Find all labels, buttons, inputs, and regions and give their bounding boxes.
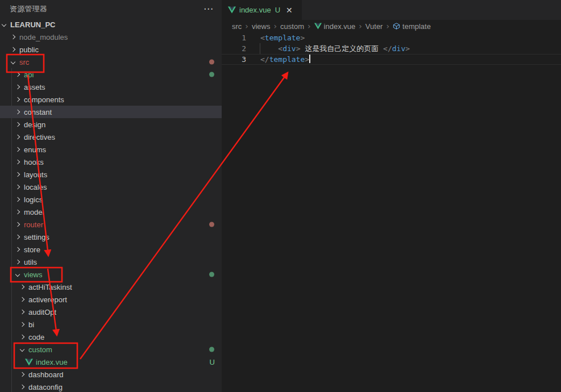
tree-item-custom[interactable]: custom (0, 343, 222, 356)
close-icon[interactable]: ✕ (286, 6, 293, 14)
explorer-sidebar: 资源管理器 ⋯ LEARUN_PC node_modulespublicsrca… (0, 0, 222, 392)
tree-item-layouts[interactable]: layouts (0, 168, 222, 181)
vue-icon (228, 6, 236, 14)
tree-item-label: src (19, 58, 29, 66)
tree-item-src[interactable]: src (0, 56, 222, 68)
breadcrumb-label: custom (280, 22, 304, 31)
chevron-right-icon (15, 172, 20, 177)
breadcrumb-label: Vuter (365, 22, 383, 31)
chevron-right-icon (15, 97, 20, 102)
tree-item-views[interactable]: views (0, 268, 222, 281)
tree-item-activereport[interactable]: activereport (0, 293, 222, 306)
tree-item-label: store (24, 245, 40, 254)
tree-item-node-modules[interactable]: node_modules (0, 31, 222, 43)
tree-item-label: logics (24, 195, 43, 204)
code-editor[interactable]: 1<template>2 <div> 这是我自己定义的页面 </div>3</t… (222, 32, 561, 65)
tree-item-label: index.vue (36, 358, 68, 366)
breadcrumb-item-index-vue[interactable]: index.vue (314, 22, 356, 31)
tree-item-settings[interactable]: settings (0, 231, 222, 243)
tree-item-label: settings (24, 233, 49, 241)
tree-item-label: dashboard (28, 370, 63, 379)
code-line-1[interactable]: 1<template> (222, 32, 561, 43)
breadcrumb-item-src[interactable]: src (232, 22, 242, 31)
code-text: </template> (260, 54, 310, 65)
chevron-right-icon (20, 335, 24, 339)
tree-item-auditopt[interactable]: auditOpt (0, 306, 222, 318)
editor-tab-bar: index.vue U ✕ (222, 0, 561, 20)
chevron-right-icon (15, 235, 20, 239)
git-green-dot-badge (209, 347, 214, 352)
tree-item-code[interactable]: code (0, 331, 222, 343)
breadcrumb-item-views[interactable]: views (252, 22, 271, 31)
tree-item-label: utils (24, 258, 37, 266)
code-line-3[interactable]: 3</template> (222, 54, 561, 65)
breadcrumb-item-custom[interactable]: custom (280, 22, 304, 31)
tree-item-utils[interactable]: utils (0, 256, 222, 268)
code-text: <div> 这是我自己定义的页面 </div> (260, 43, 410, 54)
editor-group: index.vue U ✕ src›views›custom›index.vue… (222, 0, 561, 392)
tree-root-learun-pc[interactable]: LEARUN_PC (0, 18, 222, 31)
tree-item-model[interactable]: model (0, 206, 222, 218)
tree-item-logics[interactable]: logics (0, 193, 222, 206)
tree-item-directives[interactable]: directives (0, 131, 222, 143)
breadcrumb-label: index.vue (324, 22, 356, 31)
tree-item-router[interactable]: router (0, 218, 222, 231)
breadcrumb-item-template[interactable]: template (393, 22, 431, 31)
tree-item-components[interactable]: components (0, 93, 222, 106)
tab-index-vue[interactable]: index.vue U ✕ (222, 0, 302, 20)
tree-item-label: locales (24, 183, 47, 191)
tree-item-label: directives (24, 133, 55, 141)
tree-item-label: api (24, 70, 34, 79)
tree-item-dataconfig[interactable]: dataconfig (0, 381, 222, 392)
chevron-right-icon (15, 260, 20, 264)
chevron-right-icon (11, 35, 15, 39)
tree-item-constant[interactable]: constant (0, 106, 222, 118)
tree-item-label: code (28, 333, 44, 341)
more-actions-icon[interactable]: ⋯ (203, 6, 214, 12)
chevron-right-icon (15, 210, 20, 214)
chevron-right-icon (20, 322, 24, 327)
tree-item-label: assets (24, 83, 45, 91)
tree-item-api[interactable]: api (0, 68, 222, 81)
tree-item-label: activereport (28, 295, 67, 304)
chevron-right-icon (15, 110, 20, 114)
chevron-right-icon (20, 310, 24, 314)
tree-item-store[interactable]: store (0, 243, 222, 256)
git-untracked-badge: U (275, 6, 280, 14)
tree-item-assets[interactable]: assets (0, 81, 222, 93)
chevron-right-icon (15, 85, 20, 89)
chevron-down-icon (20, 347, 24, 352)
breadcrumb-item-vuter[interactable]: Vuter (365, 22, 383, 31)
sidebar-title: 资源管理器 (10, 4, 47, 14)
chevron-right-icon (15, 122, 20, 127)
chevron-right-icon (11, 47, 15, 52)
code-line-2[interactable]: 2 <div> 这是我自己定义的页面 </div> (222, 43, 561, 54)
file-tree: node_modulespublicsrcapiassetscomponents… (0, 31, 222, 392)
symbol-cube-icon (393, 23, 400, 30)
breadcrumb-label: template (402, 22, 431, 31)
git-green-dot-badge (209, 272, 214, 277)
tree-item-enums[interactable]: enums (0, 143, 222, 156)
line-number: 3 (222, 54, 252, 65)
chevron-down-icon (11, 60, 15, 64)
breadcrumb-label: src (232, 22, 242, 31)
tree-item-hooks[interactable]: hooks (0, 156, 222, 168)
breadcrumb-separator-icon: › (245, 22, 248, 31)
chevron-down-icon (2, 22, 6, 27)
tree-item-public[interactable]: public (0, 43, 222, 56)
tree-item-bi[interactable]: bi (0, 318, 222, 331)
chevron-right-icon (15, 160, 20, 164)
text-cursor (309, 55, 310, 63)
chevron-right-icon (15, 197, 20, 202)
tree-item-design[interactable]: design (0, 118, 222, 131)
tree-item-label: actHiTaskinst (28, 283, 72, 291)
chevron-right-icon (20, 285, 24, 289)
tree-item-dashboard[interactable]: dashboard (0, 368, 222, 381)
tree-item-label: hooks (24, 158, 44, 166)
chevron-right-icon (15, 135, 20, 139)
chevron-right-icon (20, 385, 24, 389)
tree-item-locales[interactable]: locales (0, 181, 222, 193)
chevron-right-icon (20, 372, 24, 377)
tree-item-index-vue[interactable]: index.vueU (0, 356, 222, 368)
tree-item-acthitaskinst[interactable]: actHiTaskinst (0, 281, 222, 293)
